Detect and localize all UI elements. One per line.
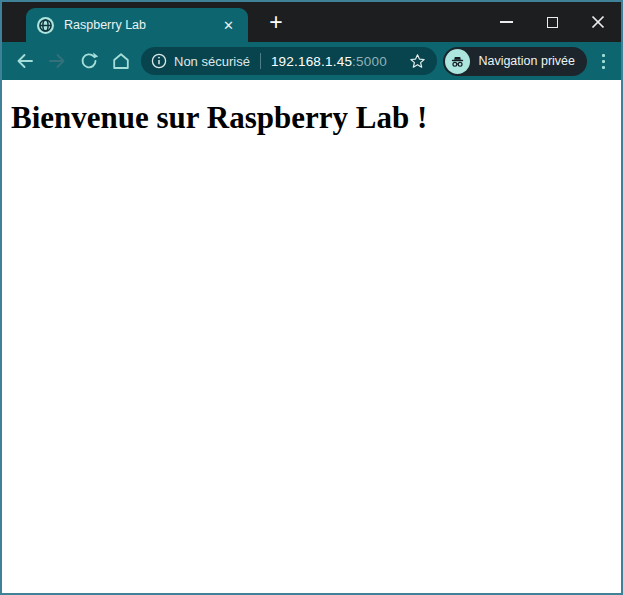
- security-label: Non sécurisé: [174, 54, 250, 69]
- address-separator: [260, 53, 261, 69]
- star-icon: [408, 52, 427, 71]
- maximize-button[interactable]: [529, 2, 575, 42]
- address-bar[interactable]: Non sécurisé 192.168.1.45:5000: [141, 47, 437, 75]
- reload-icon: [79, 51, 99, 71]
- maximize-icon: [547, 17, 558, 28]
- incognito-badge-label: Navigation privée: [478, 54, 575, 68]
- bookmark-button[interactable]: [408, 52, 427, 71]
- minimize-icon: [500, 21, 513, 23]
- close-icon: [591, 15, 605, 29]
- menu-button[interactable]: [592, 54, 614, 69]
- tab-close-icon[interactable]: ✕: [220, 17, 237, 34]
- back-arrow-icon: [15, 51, 35, 71]
- incognito-badge[interactable]: Navigation privée: [443, 47, 587, 76]
- tab-strip: Raspberry Lab ✕ +: [2, 2, 621, 42]
- menu-dots-icon: [602, 54, 605, 57]
- tab-title: Raspberry Lab: [64, 18, 220, 32]
- close-button[interactable]: [575, 2, 621, 42]
- info-icon[interactable]: [151, 53, 167, 69]
- url-text: 192.168.1.45:5000: [271, 54, 387, 69]
- globe-favicon-icon: [37, 17, 54, 34]
- forward-button[interactable]: [41, 45, 73, 77]
- home-button[interactable]: [105, 45, 137, 77]
- url-host: 192.168.1.45: [271, 54, 352, 69]
- tab-raspberry-lab[interactable]: Raspberry Lab ✕: [26, 8, 248, 42]
- new-tab-button[interactable]: +: [261, 11, 291, 34]
- browser-window: Raspberry Lab ✕ +: [0, 0, 623, 595]
- page-heading: Bienvenue sur Raspberry Lab !: [11, 100, 621, 136]
- browser-toolbar: Non sécurisé 192.168.1.45:5000 Navigatio: [2, 42, 621, 80]
- minimize-button[interactable]: [483, 2, 529, 42]
- back-button[interactable]: [9, 45, 41, 77]
- url-port: :5000: [352, 54, 387, 69]
- forward-arrow-icon: [47, 51, 67, 71]
- reload-button[interactable]: [73, 45, 105, 77]
- page-content: Bienvenue sur Raspberry Lab !: [2, 80, 621, 593]
- window-controls: [483, 2, 621, 42]
- incognito-icon: [445, 49, 470, 74]
- home-icon: [111, 51, 131, 71]
